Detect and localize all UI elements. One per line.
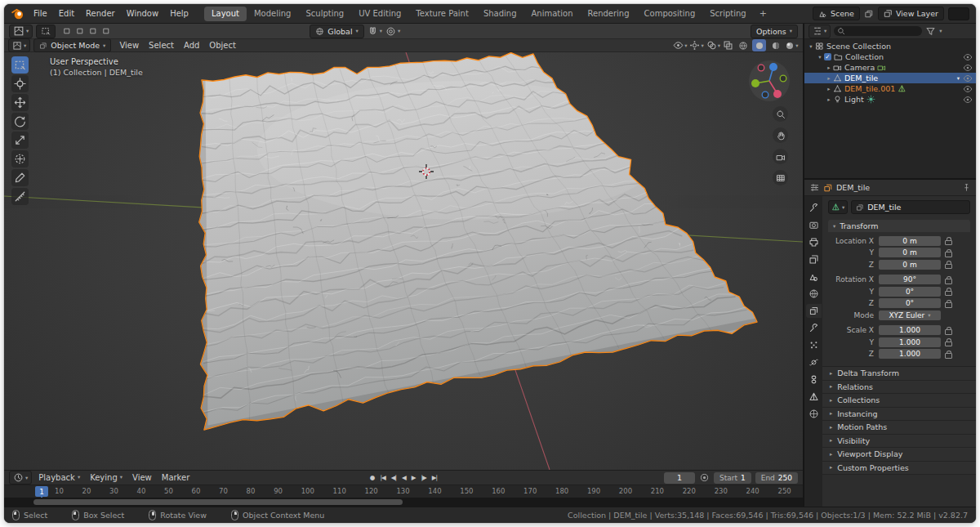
transform-orientation-dropdown[interactable]: Global ▾ bbox=[310, 25, 364, 38]
outliner-row[interactable]: ▾ Scene Collection bbox=[804, 41, 976, 51]
shading-mode-button[interactable]: ▾ bbox=[785, 39, 799, 51]
value-field[interactable]: 1.000 bbox=[879, 325, 941, 335]
viewport-header-icon[interactable] bbox=[723, 40, 733, 51]
tab-world[interactable] bbox=[806, 287, 822, 301]
select-mode-icon[interactable] bbox=[60, 25, 73, 37]
viewport-header-icon[interactable]: ▾ bbox=[673, 40, 687, 51]
value-field[interactable]: 0° bbox=[879, 298, 941, 308]
expand-arrow-icon[interactable]: ▸ bbox=[825, 65, 833, 71]
workspace-tab[interactable]: Texture Paint bbox=[408, 7, 476, 21]
menu-item[interactable]: Edit bbox=[53, 4, 80, 23]
jump-to-start-button[interactable]: |◀ bbox=[380, 474, 385, 481]
current-frame-field[interactable]: 1 bbox=[664, 472, 695, 484]
tab-scene[interactable] bbox=[806, 270, 822, 284]
shading-mode-button[interactable] bbox=[768, 39, 782, 51]
lock-icon[interactable] bbox=[945, 350, 952, 359]
value-field[interactable]: 0 m bbox=[879, 248, 941, 257]
visibility-eye-icon[interactable] bbox=[963, 63, 973, 73]
tab-render[interactable] bbox=[806, 218, 822, 232]
new-scene-icon[interactable] bbox=[864, 9, 874, 19]
filter-funnel-icon[interactable] bbox=[925, 26, 936, 37]
workspace-tab[interactable]: Shading bbox=[476, 7, 524, 21]
toolbar-tool-button[interactable] bbox=[11, 113, 29, 130]
visibility-eye-icon[interactable] bbox=[963, 52, 973, 62]
timeline-menu-item[interactable]: Marker bbox=[157, 471, 195, 485]
chevron-down-icon[interactable]: ▾ bbox=[957, 75, 960, 82]
outliner-editor-type-button[interactable]: ▾ bbox=[808, 25, 831, 38]
menu-item[interactable]: Window bbox=[121, 4, 164, 23]
visibility-eye-icon[interactable] bbox=[963, 95, 973, 105]
current-frame-marker[interactable]: 1 bbox=[35, 486, 48, 497]
outliner-item-label[interactable]: Collection bbox=[845, 52, 884, 61]
lock-icon[interactable] bbox=[945, 248, 952, 257]
collapsed-panel[interactable]: ▸ Visibility bbox=[822, 435, 976, 449]
outliner-item-label[interactable]: Light bbox=[844, 95, 864, 104]
lock-icon[interactable] bbox=[945, 299, 952, 308]
value-field[interactable]: 0 m bbox=[879, 236, 941, 246]
scene-selector[interactable]: Scene bbox=[813, 7, 860, 20]
timeline-menu-item[interactable]: Playback▾ bbox=[33, 471, 85, 485]
workspace-tab[interactable]: Animation bbox=[524, 7, 581, 21]
value-field[interactable]: 90° bbox=[879, 275, 941, 284]
shading-mode-button[interactable] bbox=[736, 39, 750, 51]
tab-constraints[interactable] bbox=[806, 373, 822, 386]
viewport-header-icon[interactable]: ▾ bbox=[706, 40, 720, 51]
view-layer-selector[interactable]: View Layer bbox=[878, 7, 944, 20]
workspace-tab[interactable]: Scripting bbox=[702, 7, 753, 21]
object-data-chip[interactable]: ▾ bbox=[828, 200, 848, 214]
snapping-toggle[interactable]: ▾ bbox=[368, 26, 382, 37]
workspace-tab[interactable]: Modeling bbox=[247, 7, 299, 21]
transform-panel-header[interactable]: ▾ Transform bbox=[828, 220, 970, 232]
menu-item[interactable]: File bbox=[28, 4, 53, 23]
timeline-menu-item[interactable]: View bbox=[127, 471, 157, 485]
toolbar-tool-button[interactable] bbox=[11, 94, 29, 111]
toolbar-tool-button[interactable] bbox=[11, 132, 29, 149]
tab-material[interactable] bbox=[806, 407, 822, 421]
workspace-tab[interactable]: Sculpting bbox=[298, 7, 351, 21]
collapsed-panel[interactable]: ▸ Instancing bbox=[822, 408, 976, 422]
tab-active-tool[interactable] bbox=[806, 201, 822, 215]
outliner-row[interactable]: ▸ Camera bbox=[804, 62, 976, 73]
visibility-eye-icon[interactable] bbox=[963, 84, 973, 94]
outliner-item-label[interactable]: Camera bbox=[844, 63, 875, 72]
value-field[interactable]: XYZ Euler ▾ bbox=[879, 310, 941, 320]
3d-viewport[interactable]: User Perspective (1) Collection | DEM_ti… bbox=[4, 52, 803, 470]
collection-checkbox[interactable]: ✓ bbox=[824, 53, 831, 60]
value-field[interactable]: 0 m bbox=[879, 260, 941, 270]
viewport-editor-type-button[interactable]: ▾ bbox=[8, 38, 30, 52]
play-button[interactable]: ▶ bbox=[412, 474, 416, 481]
proportional-editing-toggle[interactable]: ▾ bbox=[385, 26, 400, 37]
lock-icon[interactable] bbox=[945, 287, 952, 296]
collapsed-panel[interactable]: ▸ Viewport Display bbox=[822, 448, 976, 462]
viewport-header-icon[interactable]: ▾ bbox=[689, 40, 703, 51]
shading-mode-button[interactable] bbox=[752, 39, 766, 51]
timeline-editor-type-button[interactable]: ▾ bbox=[9, 471, 32, 485]
toolbar-tool-button[interactable] bbox=[11, 75, 29, 92]
lock-icon[interactable] bbox=[945, 337, 952, 346]
outliner-item-label[interactable]: Scene Collection bbox=[826, 42, 891, 51]
tab-object-data[interactable] bbox=[806, 390, 822, 404]
mode-dropdown[interactable]: Object Mode ▾ bbox=[33, 38, 111, 52]
collapsed-panel[interactable]: ▸ Collections bbox=[822, 394, 976, 408]
menu-item[interactable]: Render bbox=[80, 4, 121, 23]
lock-icon[interactable] bbox=[945, 260, 952, 269]
lock-icon[interactable] bbox=[945, 326, 952, 335]
active-tool-button[interactable] bbox=[36, 25, 56, 38]
tab-output[interactable] bbox=[806, 235, 822, 249]
workspace-tab[interactable]: Layout bbox=[204, 7, 247, 21]
prev-keyframe-button[interactable]: ◀| bbox=[391, 474, 396, 481]
value-field[interactable]: 0° bbox=[879, 287, 941, 297]
tab-object[interactable] bbox=[806, 304, 822, 318]
outliner-row[interactable]: ▾ ✓ Collection bbox=[804, 51, 976, 62]
keying-set-icon[interactable] bbox=[699, 472, 710, 483]
auto-keying-button[interactable]: ● bbox=[370, 474, 375, 481]
expand-arrow-icon[interactable]: ▸ bbox=[825, 75, 833, 82]
add-workspace-button[interactable]: + bbox=[754, 8, 773, 19]
toolbar-tool-button[interactable] bbox=[11, 188, 29, 205]
timeline-menu-item[interactable]: Keying▾ bbox=[85, 471, 127, 485]
camera-view-button[interactable] bbox=[773, 149, 788, 164]
filter-dropdown-icon[interactable]: ▾ bbox=[939, 28, 942, 34]
outliner-row[interactable]: ▸ DEM_tile ▾ bbox=[804, 73, 976, 83]
outliner-search-input[interactable] bbox=[834, 26, 922, 36]
viewport-menu-item[interactable]: Object bbox=[204, 39, 241, 52]
